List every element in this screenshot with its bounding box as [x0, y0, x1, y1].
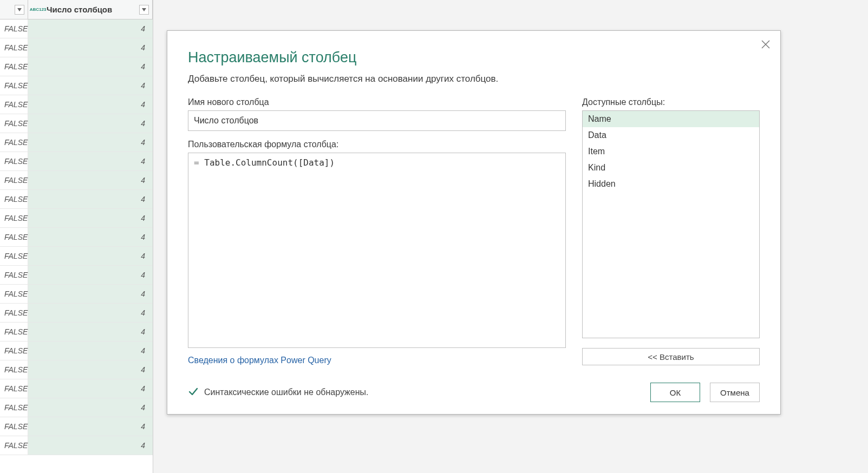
cell-col-1[interactable]: FALSE: [0, 152, 28, 170]
table-row[interactable]: FALSE4: [0, 323, 153, 341]
available-column-item[interactable]: Hidden: [583, 176, 759, 192]
cell-col-2[interactable]: 4: [28, 398, 153, 417]
cell-col-2[interactable]: 4: [28, 379, 153, 398]
cell-col-1[interactable]: FALSE: [0, 190, 28, 208]
powerquery-formulas-link[interactable]: Сведения о формулах Power Query: [188, 356, 566, 365]
table-row[interactable]: FALSE4: [0, 76, 153, 95]
cell-col-2[interactable]: 4: [28, 57, 153, 76]
cell-col-2[interactable]: 4: [28, 341, 153, 360]
cell-col-2[interactable]: 4: [28, 360, 153, 379]
cell-col-2[interactable]: 4: [28, 38, 153, 57]
table-row[interactable]: FALSE4: [0, 190, 153, 209]
cell-col-1[interactable]: FALSE: [0, 304, 28, 322]
cell-col-1[interactable]: FALSE: [0, 38, 28, 57]
cell-col-1[interactable]: FALSE: [0, 19, 28, 38]
cell-col-2[interactable]: 4: [28, 152, 153, 170]
cell-col-1[interactable]: FALSE: [0, 323, 28, 341]
cell-col-1[interactable]: FALSE: [0, 379, 28, 398]
dialog-subtitle: Добавьте столбец, который вычисляется на…: [188, 74, 760, 84]
table-row[interactable]: FALSE4: [0, 379, 153, 398]
column-name-input[interactable]: [188, 110, 566, 131]
table-row[interactable]: FALSE4: [0, 209, 153, 228]
cell-col-2[interactable]: 4: [28, 209, 153, 227]
custom-column-dialog: Настраиваемый столбец Добавьте столбец, …: [167, 30, 781, 415]
insert-button[interactable]: << Вставить: [582, 348, 760, 365]
svg-marker-0: [17, 8, 22, 11]
table-row[interactable]: FALSE4: [0, 360, 153, 379]
cell-col-2[interactable]: 4: [28, 247, 153, 265]
svg-marker-1: [142, 8, 146, 11]
cell-col-1[interactable]: FALSE: [0, 95, 28, 114]
table-row[interactable]: FALSE4: [0, 19, 153, 38]
cell-col-2[interactable]: 4: [28, 190, 153, 208]
available-column-item[interactable]: Kind: [583, 160, 759, 176]
table-row[interactable]: FALSE4: [0, 398, 153, 417]
table-row[interactable]: FALSE4: [0, 436, 153, 455]
any-type-icon: ABC123: [31, 5, 44, 15]
column-header-1[interactable]: [0, 0, 28, 19]
grid-header-row: ABC123 Число столбцов: [0, 0, 153, 19]
syntax-status-text: Синтаксические ошибки не обнаружены.: [204, 387, 368, 397]
cell-col-1[interactable]: FALSE: [0, 228, 28, 246]
cell-col-1[interactable]: FALSE: [0, 171, 28, 189]
cell-col-2[interactable]: 4: [28, 304, 153, 322]
cell-col-1[interactable]: FALSE: [0, 247, 28, 265]
cell-col-1[interactable]: FALSE: [0, 266, 28, 284]
column-name-label: Имя нового столбца: [188, 97, 566, 107]
table-row[interactable]: FALSE4: [0, 38, 153, 57]
table-row[interactable]: FALSE4: [0, 57, 153, 76]
available-column-item[interactable]: Name: [583, 111, 759, 127]
cell-col-2[interactable]: 4: [28, 266, 153, 284]
table-row[interactable]: FALSE4: [0, 171, 153, 190]
table-row[interactable]: FALSE4: [0, 247, 153, 266]
cell-col-2[interactable]: 4: [28, 76, 153, 95]
checkmark-icon: [188, 386, 199, 399]
filter-dropdown-icon[interactable]: [15, 5, 24, 15]
table-row[interactable]: FALSE4: [0, 133, 153, 152]
cell-col-1[interactable]: FALSE: [0, 285, 28, 303]
table-row[interactable]: FALSE4: [0, 285, 153, 304]
available-column-item[interactable]: Data: [583, 127, 759, 143]
table-row[interactable]: FALSE4: [0, 114, 153, 133]
cell-col-1[interactable]: FALSE: [0, 76, 28, 95]
cell-col-2[interactable]: 4: [28, 285, 153, 303]
table-row[interactable]: FALSE4: [0, 152, 153, 171]
cell-col-1[interactable]: FALSE: [0, 133, 28, 152]
ok-button[interactable]: ОК: [650, 383, 700, 402]
table-row[interactable]: FALSE4: [0, 266, 153, 285]
filter-dropdown-icon[interactable]: [139, 5, 149, 15]
cell-col-2[interactable]: 4: [28, 95, 153, 114]
table-row[interactable]: FALSE4: [0, 228, 153, 247]
cell-col-2[interactable]: 4: [28, 19, 153, 38]
cell-col-1[interactable]: FALSE: [0, 398, 28, 417]
cell-col-2[interactable]: 4: [28, 228, 153, 246]
table-row[interactable]: FALSE4: [0, 95, 153, 114]
formula-textarea[interactable]: = Table.ColumnCount([Data]): [188, 153, 566, 348]
formula-label: Пользовательская формула столбца:: [188, 140, 566, 149]
table-row[interactable]: FALSE4: [0, 417, 153, 436]
cell-col-1[interactable]: FALSE: [0, 360, 28, 379]
cell-col-2[interactable]: 4: [28, 171, 153, 189]
grid-body: FALSE4FALSE4FALSE4FALSE4FALSE4FALSE4FALS…: [0, 19, 153, 455]
cell-col-1[interactable]: FALSE: [0, 436, 28, 455]
data-grid: ABC123 Число столбцов FALSE4FALSE4FALSE4…: [0, 0, 153, 473]
cell-col-2[interactable]: 4: [28, 133, 153, 152]
cell-col-2[interactable]: 4: [28, 436, 153, 455]
cell-col-1[interactable]: FALSE: [0, 57, 28, 76]
available-columns-list[interactable]: NameDataItemKindHidden: [582, 110, 760, 338]
available-column-item[interactable]: Item: [583, 143, 759, 160]
available-columns-label: Доступные столбцы:: [582, 97, 760, 107]
table-row[interactable]: FALSE4: [0, 304, 153, 323]
cell-col-1[interactable]: FALSE: [0, 417, 28, 436]
cell-col-1[interactable]: FALSE: [0, 114, 28, 133]
cell-col-2[interactable]: 4: [28, 323, 153, 341]
cell-col-1[interactable]: FALSE: [0, 341, 28, 360]
table-row[interactable]: FALSE4: [0, 341, 153, 360]
close-button[interactable]: [759, 37, 773, 51]
cancel-button[interactable]: Отмена: [710, 383, 760, 402]
column-header-2[interactable]: ABC123 Число столбцов: [28, 0, 153, 19]
cell-col-2[interactable]: 4: [28, 417, 153, 436]
cell-col-2[interactable]: 4: [28, 114, 153, 133]
cell-col-1[interactable]: FALSE: [0, 209, 28, 227]
syntax-status: Синтаксические ошибки не обнаружены.: [188, 386, 368, 399]
